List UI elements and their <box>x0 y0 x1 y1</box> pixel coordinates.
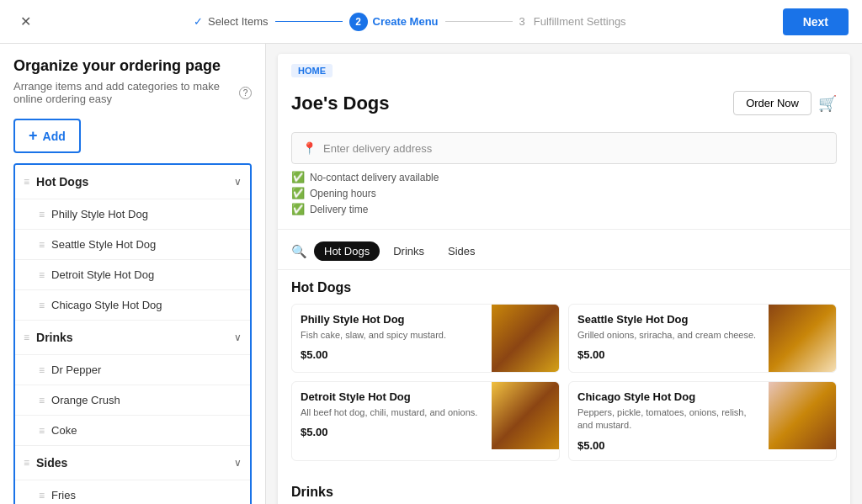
menu-item-image-philly <box>492 305 559 372</box>
restaurant-name: Joe's Dogs <box>291 93 390 114</box>
menu-item-image-detroit <box>492 382 559 449</box>
home-badge: HOME <box>291 64 333 77</box>
cart-icon[interactable]: 🛒 <box>818 94 837 113</box>
next-button[interactable]: Next <box>783 8 849 35</box>
menu-card-detroit[interactable]: Detroit Style Hot Dog All beef hot dog, … <box>291 381 560 461</box>
menu-item-name: Philly Style Hot Dog <box>301 313 483 326</box>
top-navigation: ✕ ✓ Select Items 2 Create Menu 3 Fulfill… <box>0 0 862 44</box>
drag-handle-icon: ≡ <box>24 176 29 188</box>
list-item[interactable]: ≡ Orange Crush <box>15 385 250 416</box>
tab-drinks[interactable]: Drinks <box>383 241 434 261</box>
drag-handle-icon: ≡ <box>24 332 29 343</box>
menu-tree: ≡ Hot Dogs ∨ ≡ Philly Style Hot Dog ≡ Se… <box>13 163 252 504</box>
menu-item-name: Detroit Style Hot Dog <box>301 390 483 403</box>
step-fulfillment-label: Fulfillment Settings <box>534 15 626 28</box>
check-circle-icon: ✅ <box>291 187 305 199</box>
menu-card-philly[interactable]: Philly Style Hot Dog Fish cake, slaw, an… <box>291 304 560 373</box>
check-circle-icon: ✅ <box>291 203 305 215</box>
menu-card-seattle[interactable]: Seattle Style Hot Dog Grilled onions, sr… <box>568 304 837 373</box>
info-item: ✅ Delivery time <box>291 203 837 215</box>
category-drinks[interactable]: ≡ Drinks ∨ <box>15 321 250 355</box>
drag-handle-icon: ≡ <box>39 209 45 220</box>
delivery-section: 📍 Enter delivery address ✅ No-contact de… <box>278 125 850 225</box>
menu-item-price: $5.00 <box>577 348 760 361</box>
menu-section-drinks: Drinks <box>278 485 850 504</box>
preview-panel: HOME Joe's Dogs Order Now 🛒 📍 Enter deli… <box>278 54 850 504</box>
right-panel: HOME Joe's Dogs Order Now 🛒 📍 Enter deli… <box>266 44 862 504</box>
tab-hot-dogs[interactable]: Hot Dogs <box>314 241 380 261</box>
list-item[interactable]: ≡ Philly Style Hot Dog <box>15 199 250 230</box>
step-line-1 <box>275 21 343 22</box>
menu-item-price: $5.00 <box>577 439 760 452</box>
info-item: ✅ Opening hours <box>291 187 837 199</box>
close-button[interactable]: ✕ <box>13 10 37 34</box>
step-select-items-label: Select Items <box>208 15 269 28</box>
section-title-hot-dogs: Hot Dogs <box>291 280 837 295</box>
menu-item-image-chicago <box>769 382 836 449</box>
menu-card-info: Seattle Style Hot Dog Grilled onions, sr… <box>569 305 769 372</box>
drag-handle-icon: ≡ <box>39 300 45 311</box>
left-panel-title: Organize your ordering page <box>13 57 252 75</box>
category-hot-dogs[interactable]: ≡ Hot Dogs ∨ <box>15 165 250 199</box>
drag-handle-icon: ≡ <box>39 364 45 376</box>
category-tabs: 🔍 Hot Dogs Drinks Sides <box>278 233 850 270</box>
menu-card-body: Chicago Style Hot Dog Peppers, pickle, t… <box>569 382 836 460</box>
tab-sides[interactable]: Sides <box>438 241 486 261</box>
menu-card-chicago[interactable]: Chicago Style Hot Dog Peppers, pickle, t… <box>568 381 837 461</box>
chevron-down-icon: ∨ <box>234 176 242 188</box>
step-circle-2: 2 <box>349 13 368 31</box>
add-button[interactable]: + Add <box>13 119 81 153</box>
delivery-input[interactable]: 📍 Enter delivery address <box>291 132 837 164</box>
step-line-2 <box>445 21 513 22</box>
info-list: ✅ No-contact delivery available ✅ Openin… <box>291 171 837 215</box>
menu-item-image-seattle <box>769 305 836 372</box>
help-icon[interactable]: ? <box>239 87 252 99</box>
check-circle-icon: ✅ <box>291 171 305 183</box>
section-divider <box>278 229 850 230</box>
step-fulfillment: 3 Fulfillment Settings <box>519 15 626 28</box>
main-layout: Organize your ordering page Arrange item… <box>0 44 862 504</box>
plus-icon: + <box>29 127 38 145</box>
list-item[interactable]: ≡ Seattle Style Hot Dog <box>15 230 250 260</box>
list-item[interactable]: ≡ Detroit Style Hot Dog <box>15 260 250 290</box>
drag-handle-icon: ≡ <box>39 395 45 406</box>
left-panel: Organize your ordering page Arrange item… <box>0 44 266 504</box>
step-create-menu: 2 Create Menu <box>349 13 439 31</box>
drag-handle-icon: ≡ <box>39 425 45 437</box>
search-icon[interactable]: 🔍 <box>291 244 307 259</box>
info-item: ✅ No-contact delivery available <box>291 171 837 183</box>
menu-item-desc: Grilled onions, sriracha, and cream chee… <box>577 329 760 342</box>
drag-handle-icon: ≡ <box>39 269 45 281</box>
step-create-menu-label: Create Menu <box>373 15 439 28</box>
order-now-button[interactable]: Order Now <box>733 91 811 115</box>
category-sides[interactable]: ≡ Sides ∨ <box>15 446 250 480</box>
menu-section-hot-dogs: Hot Dogs Philly Style Hot Dog Fish cake,… <box>278 270 850 485</box>
drag-handle-icon: ≡ <box>24 457 29 469</box>
chevron-down-icon: ∨ <box>234 332 242 343</box>
menu-card-info: Detroit Style Hot Dog All beef hot dog, … <box>292 382 492 460</box>
list-item[interactable]: ≡ Dr Pepper <box>15 355 250 385</box>
left-panel-subtitle: Arrange items and add categories to make… <box>13 80 252 105</box>
menu-card-body: Seattle Style Hot Dog Grilled onions, sr… <box>569 305 836 372</box>
menu-item-desc: Peppers, pickle, tomatoes, onions, relis… <box>577 406 760 432</box>
chevron-down-icon: ∨ <box>234 457 242 469</box>
location-icon: 📍 <box>302 141 317 155</box>
drag-handle-icon: ≡ <box>39 490 45 501</box>
restaurant-header: Joe's Dogs Order Now 🛒 <box>278 84 850 125</box>
menu-item-desc: All beef hot dog, chili, mustard, and on… <box>301 406 483 419</box>
menu-card-info: Philly Style Hot Dog Fish cake, slaw, an… <box>292 305 492 372</box>
list-item[interactable]: ≡ Coke <box>15 416 250 446</box>
menu-item-name: Chicago Style Hot Dog <box>577 390 760 403</box>
stepper: ✓ Select Items 2 Create Menu 3 Fulfillme… <box>47 13 773 31</box>
section-title-drinks: Drinks <box>291 485 837 500</box>
menu-card-body: Detroit Style Hot Dog All beef hot dog, … <box>292 382 559 460</box>
list-item[interactable]: ≡ Fries <box>15 480 250 504</box>
step-check-icon: ✓ <box>194 15 203 28</box>
items-grid: Philly Style Hot Dog Fish cake, slaw, an… <box>291 304 837 461</box>
menu-card-info: Chicago Style Hot Dog Peppers, pickle, t… <box>569 382 769 460</box>
drag-handle-icon: ≡ <box>39 239 45 251</box>
menu-item-desc: Fish cake, slaw, and spicy mustard. <box>301 329 483 342</box>
menu-item-price: $5.00 <box>301 426 483 438</box>
list-item[interactable]: ≡ Chicago Style Hot Dog <box>15 290 250 321</box>
menu-item-name: Seattle Style Hot Dog <box>577 313 760 326</box>
